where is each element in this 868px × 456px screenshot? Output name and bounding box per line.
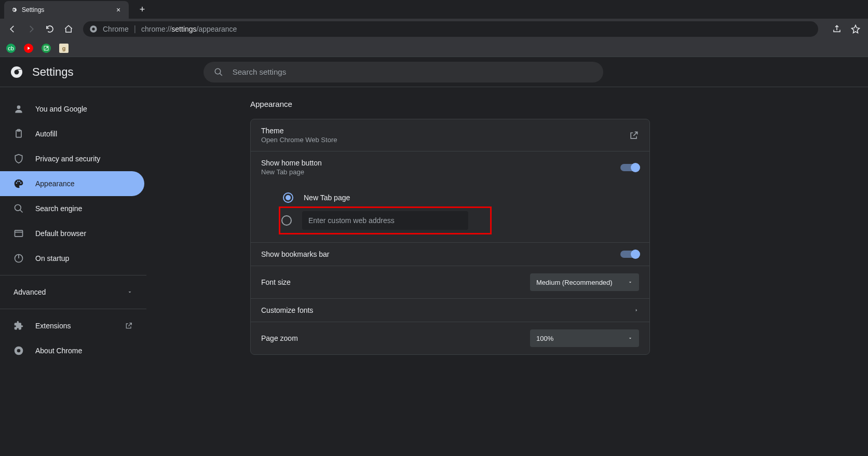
chrome-icon [89, 25, 98, 33]
url-host: settings [171, 25, 196, 33]
search-icon [214, 67, 223, 77]
extensions-label: Extensions [35, 322, 113, 330]
row-bookmarks-bar: Show bookmarks bar [251, 243, 649, 266]
radio-label: New Tab page [304, 194, 350, 202]
bookmark-icon-2[interactable] [24, 44, 33, 53]
new-tab-button[interactable]: + [135, 2, 150, 17]
row-page-zoom: Page zoom 100% [251, 322, 649, 354]
close-icon[interactable]: × [114, 6, 123, 14]
row-title: Font size [261, 278, 530, 286]
sidebar-item-label: On startup [35, 254, 69, 262]
chevron-down-icon [628, 280, 633, 285]
sidebar-item-label: Search engine [35, 204, 82, 213]
sidebar-advanced[interactable]: Advanced [0, 280, 146, 305]
share-button[interactable] [829, 21, 845, 37]
advanced-label: Advanced [13, 288, 46, 296]
row-main: Page zoom [261, 334, 530, 342]
row-customize-fonts[interactable]: Customize fonts [251, 299, 649, 322]
sidebar-item-privacy[interactable]: Privacy and security [0, 146, 144, 171]
sidebar-item-default-browser[interactable]: Default browser [0, 221, 144, 246]
home-button[interactable] [60, 21, 77, 37]
radio-option-newtab[interactable]: New Tab page [283, 186, 639, 209]
svg-point-1 [92, 27, 94, 30]
sidebar-item-appearance[interactable]: Appearance [0, 171, 144, 196]
omnibox-separator: | [134, 24, 136, 34]
palette-icon [13, 178, 24, 189]
row-main: Show bookmarks bar [261, 250, 620, 258]
sidebar-item-on-startup[interactable]: On startup [0, 246, 144, 271]
chevron-right-icon [634, 307, 639, 314]
row-sub: Open Chrome Web Store [261, 136, 629, 144]
gear-icon [10, 6, 18, 13]
sidebar-item-extensions[interactable]: Extensions [0, 313, 146, 338]
settings-header: Settings [0, 57, 868, 87]
sidebar-item-search-engine[interactable]: Search engine [0, 196, 144, 221]
row-theme[interactable]: Theme Open Chrome Web Store [251, 119, 649, 151]
omnibox-prefix: Chrome [103, 25, 129, 33]
sidebar-item-label: You and Google [35, 105, 87, 113]
settings-card: Theme Open Chrome Web Store Show home bu… [250, 119, 650, 355]
power-icon [13, 253, 24, 264]
sidebar-item-autofill[interactable]: Autofill [0, 121, 144, 146]
font-size-dropdown[interactable]: Medium (Recommended) [530, 273, 639, 291]
browser-icon [13, 228, 24, 239]
browser-toolbar: Chrome | chrome://settings/appearance [0, 19, 868, 39]
person-icon [13, 104, 24, 114]
radio-option-custom [283, 209, 639, 232]
row-title: Show home button [261, 159, 620, 167]
toggle-bookmarks-bar[interactable] [620, 251, 639, 258]
omnibox[interactable]: Chrome | chrome://settings/appearance [83, 21, 818, 37]
tab-title: Settings [22, 6, 110, 13]
url-path: /appearance [197, 25, 237, 33]
shield-icon [13, 154, 24, 164]
reload-button[interactable] [42, 21, 58, 37]
bookmark-icon-1[interactable]: cb [6, 44, 16, 53]
row-title: Customize fonts [261, 306, 634, 314]
toggle-show-home[interactable] [620, 164, 639, 171]
chrome-logo-icon [10, 66, 23, 78]
puzzle-icon [13, 321, 24, 331]
custom-url-input[interactable] [302, 211, 468, 230]
bookmark-icon-3[interactable] [42, 44, 51, 53]
browser-chrome: Settings × + Chrome | chrome://settings/… [0, 0, 868, 57]
search-input[interactable] [233, 67, 593, 76]
section-title: Appearance [250, 100, 292, 108]
radio-button[interactable] [281, 215, 292, 226]
row-show-home: Show home button New Tab page [251, 151, 649, 183]
back-button[interactable] [4, 21, 21, 37]
svg-point-3 [15, 70, 19, 74]
external-link-icon [125, 322, 133, 330]
about-label: About Chrome [35, 347, 82, 355]
sidebar-item-label: Default browser [35, 229, 86, 238]
forward-button[interactable] [23, 21, 39, 37]
settings-search[interactable] [204, 62, 603, 82]
svg-point-12 [17, 349, 21, 353]
dropdown-value: 100% [536, 335, 553, 342]
radio-button[interactable] [283, 192, 293, 203]
page-title: Settings [32, 65, 74, 79]
svg-point-5 [17, 105, 21, 109]
sidebar-item-label: Autofill [35, 130, 57, 138]
chrome-icon [13, 346, 24, 356]
dropdown-value: Medium (Recommended) [536, 279, 613, 286]
sidebar-item-about[interactable]: About Chrome [0, 338, 146, 363]
clipboard-icon [13, 129, 24, 139]
row-title: Theme [261, 127, 629, 135]
sidebar: You and Google Autofill Privacy and secu… [0, 87, 146, 456]
row-font-size: Font size Medium (Recommended) [251, 266, 649, 299]
row-title: Page zoom [261, 334, 530, 342]
home-radio-group: New Tab page [251, 183, 649, 243]
url-scheme: chrome:// [141, 25, 171, 33]
bookmark-star-button[interactable] [847, 21, 864, 37]
row-main: Font size [261, 278, 530, 286]
row-main: Customize fonts [261, 306, 634, 314]
bookmark-icon-4[interactable]: g [59, 44, 69, 53]
divider [0, 309, 146, 309]
page-zoom-dropdown[interactable]: 100% [530, 329, 639, 347]
svg-point-8 [15, 205, 21, 211]
browser-tab[interactable]: Settings × [4, 1, 129, 19]
row-title: Show bookmarks bar [261, 250, 620, 258]
external-link-icon[interactable] [629, 130, 639, 141]
main-area: You and Google Autofill Privacy and secu… [0, 87, 868, 456]
sidebar-item-you-and-google[interactable]: You and Google [0, 96, 144, 121]
